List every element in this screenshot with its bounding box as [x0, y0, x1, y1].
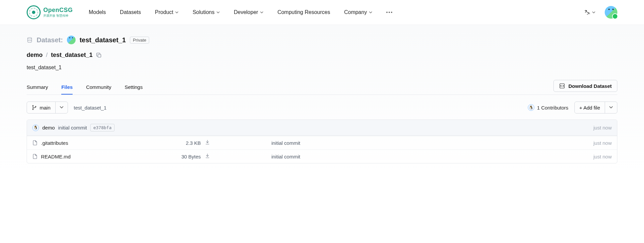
code-download-icon — [559, 83, 565, 89]
more-icon[interactable] — [386, 12, 392, 13]
tab-files[interactable]: Files — [61, 80, 73, 95]
file-name[interactable]: .gitattributes — [41, 140, 171, 146]
download-dataset-label: Download Dataset — [568, 83, 612, 89]
commit-hash[interactable]: e378bfa — [90, 124, 115, 131]
svg-point-3 — [33, 105, 34, 106]
file-commit-message[interactable]: initial commit — [271, 140, 593, 146]
tab-settings[interactable]: Settings — [125, 80, 143, 95]
nav-item-datasets[interactable]: Datasets — [120, 9, 141, 15]
file-icon — [32, 140, 38, 145]
svg-point-5 — [35, 106, 36, 107]
file-row[interactable]: README.md 30 Bytes initial commit just n… — [27, 149, 617, 163]
git-branch-icon — [32, 105, 37, 110]
branch-name: main — [40, 105, 51, 111]
branch-dropdown-toggle[interactable] — [55, 102, 68, 113]
tab-community[interactable]: Community — [86, 80, 111, 95]
page-body: Dataset: test_dataset_1 Private demo / t… — [0, 25, 644, 174]
logo-text: OpenCSG 开源开放 智慧传神 — [43, 7, 73, 18]
download-file-button[interactable] — [205, 153, 271, 160]
file-time: just now — [593, 154, 612, 159]
commit-time: just now — [593, 125, 612, 130]
tabs: Summary Files Community Settings — [27, 80, 553, 95]
entity-title-row: Dataset: test_dataset_1 Private — [27, 36, 617, 44]
top-header: OpenCSG 开源开放 智慧传神 Models Datasets Produc… — [0, 0, 644, 25]
nav-item-computing-resources[interactable]: Computing Resources — [277, 9, 330, 15]
nav-item-product[interactable]: Product — [155, 9, 178, 15]
latest-commit-row: 🐧 demo initial commit e378bfa just now — [27, 120, 617, 136]
svg-rect-1 — [98, 54, 101, 57]
add-file-button[interactable]: + Add file — [574, 102, 617, 114]
database-icon — [27, 37, 33, 43]
files-toolbar: main test_dataset_1 🐧 1 Contributors + A… — [27, 95, 617, 120]
download-icon — [205, 153, 210, 158]
brand-name: OpenCSG — [43, 7, 73, 14]
penguin-icon: 🐧 — [528, 104, 534, 111]
branch-select[interactable]: main — [27, 102, 68, 114]
nav-item-developer[interactable]: Developer — [234, 9, 263, 15]
entity-description: test_dataset_1 — [27, 65, 617, 71]
nav-item-company[interactable]: Company — [344, 9, 372, 15]
main-nav: Models Datasets Product Solutions Develo… — [89, 9, 584, 15]
svg-point-0 — [28, 38, 32, 39]
breadcrumb-separator: / — [46, 52, 48, 59]
breadcrumb-repo[interactable]: test_dataset_1 — [51, 52, 93, 59]
copy-icon[interactable] — [96, 52, 102, 58]
chevron-down-icon — [60, 105, 64, 109]
translate-icon — [584, 9, 590, 15]
user-avatar[interactable] — [605, 6, 617, 19]
nav-item-solutions[interactable]: Solutions — [192, 9, 220, 15]
svg-point-4 — [33, 109, 34, 110]
file-commit-message[interactable]: initial commit — [271, 154, 593, 159]
contributors[interactable]: 🐧 1 Contributors — [528, 104, 568, 111]
file-panel: 🐧 demo initial commit e378bfa just now .… — [27, 120, 617, 163]
chevron-down-icon — [175, 11, 178, 14]
chevron-down-icon — [369, 11, 372, 14]
commit-author[interactable]: demo — [42, 125, 55, 130]
logo-icon — [27, 5, 41, 19]
contributors-label: 1 Contributors — [537, 105, 568, 111]
download-dataset-button[interactable]: Download Dataset — [553, 80, 617, 92]
header-tools — [584, 6, 617, 19]
brand-tagline: 开源开放 智慧传神 — [43, 14, 73, 18]
tabs-row: Summary Files Community Settings Downloa… — [27, 80, 617, 95]
nav-item-models[interactable]: Models — [89, 9, 106, 15]
logo[interactable]: OpenCSG 开源开放 智慧传神 — [27, 5, 73, 19]
owner-avatar — [67, 36, 76, 44]
language-switch[interactable] — [584, 9, 595, 15]
entity-kind-label: Dataset: — [37, 36, 63, 44]
file-name[interactable]: README.md — [41, 154, 171, 159]
entity-name: test_dataset_1 — [80, 36, 126, 44]
file-icon — [32, 154, 38, 159]
breadcrumb: demo / test_dataset_1 — [27, 52, 617, 59]
chevron-down-icon — [260, 11, 263, 14]
privacy-badge: Private — [130, 37, 149, 44]
file-size: 30 Bytes — [171, 154, 201, 159]
penguin-icon: 🐧 — [32, 124, 39, 131]
commit-message[interactable]: initial commit — [58, 125, 87, 130]
chevron-down-icon — [216, 11, 220, 14]
download-icon — [205, 139, 210, 145]
file-time: just now — [593, 140, 612, 146]
download-file-button[interactable] — [205, 139, 271, 146]
breadcrumb-owner[interactable]: demo — [27, 52, 43, 59]
path-text: test_dataset_1 — [74, 105, 107, 111]
file-row[interactable]: .gitattributes 2.3 KB initial commit jus… — [27, 136, 617, 149]
file-size: 2.3 KB — [171, 140, 201, 146]
tab-summary[interactable]: Summary — [27, 80, 48, 95]
add-file-dropdown-toggle[interactable] — [605, 102, 617, 113]
chevron-down-icon — [609, 105, 613, 109]
chevron-down-icon — [592, 11, 595, 14]
add-file-label: + Add file — [575, 102, 605, 113]
